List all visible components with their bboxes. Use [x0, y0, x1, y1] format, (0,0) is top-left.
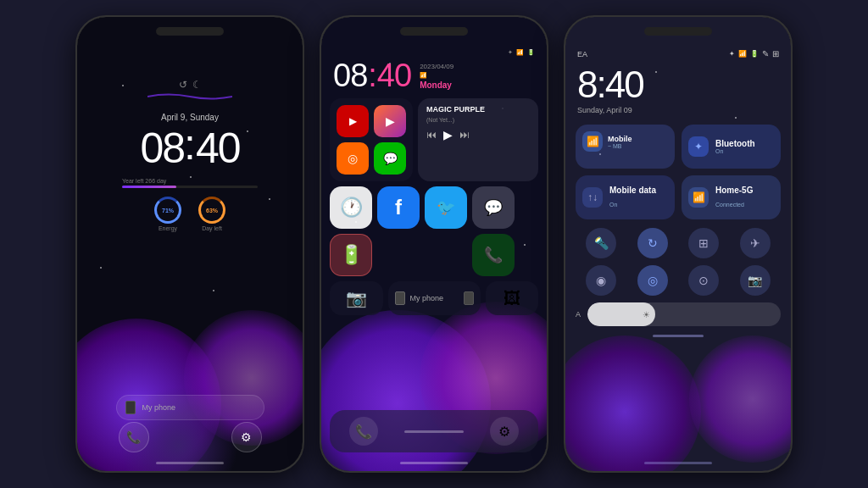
phone3-home-bar[interactable]	[644, 462, 712, 464]
ctrl-network-tile[interactable]: 📶 Mobile ~ MB	[576, 125, 675, 169]
app-play[interactable]: ▶	[374, 105, 406, 137]
phone2-dock: 📞 ⚙	[330, 410, 538, 452]
location-toggle[interactable]: ◎	[637, 265, 668, 296]
phone1-phone-button[interactable]: 📞	[119, 422, 149, 452]
phone1-time-colon: :	[184, 120, 196, 169]
phone1-energy-value: 71%	[162, 208, 174, 214]
phone1-dayleft-value: 63%	[206, 208, 218, 214]
wifi-status: Connected	[715, 202, 744, 208]
bottom-bar	[653, 335, 704, 337]
phone2-minutes: 40	[377, 59, 411, 92]
phone2-more-icons: 💬 📞	[472, 186, 515, 276]
phone1-top-icons: ↺ ☾	[179, 79, 202, 91]
phone-icon: 📞	[126, 430, 141, 444]
dock-phone-button[interactable]: 📞	[349, 417, 378, 446]
phone1-energy-stat: 71% Energy	[154, 197, 181, 231]
dock-settings-button[interactable]: ⚙	[490, 417, 519, 446]
phone2-finder-bar[interactable]: My phone	[388, 281, 481, 315]
phone2-colon: :	[368, 59, 376, 92]
line-icon: 💬	[383, 152, 398, 165]
bt-status-icon: ✦	[729, 50, 735, 58]
phone1-year-left: Year left 266 day	[122, 178, 258, 184]
phone3-time-sub: Sunday, April 09	[565, 106, 791, 121]
phone2-hours: 08	[333, 59, 367, 92]
app-phone[interactable]: 📞	[472, 234, 515, 276]
edit-button[interactable]: ✎	[762, 49, 769, 58]
phone1-energy-ring: 71%	[154, 197, 181, 224]
ctrl-mobile-tile[interactable]: ↑↓ Mobile data On	[576, 175, 675, 219]
phone1-energy-label: Energy	[159, 225, 177, 231]
torch-toggle[interactable]: 🔦	[586, 228, 616, 258]
camera-toggle[interactable]: 📷	[740, 265, 771, 296]
music-widget[interactable]: MAGIC PURPLE (Not Yet...) ⏮ ▶ ⏭	[418, 98, 538, 181]
phone2-icon-cluster: ▶ ▶ ◎ 💬	[330, 98, 413, 181]
dock-gear-icon: ⚙	[498, 424, 510, 440]
phone3-toggle-row1: 🔦 ↻ ⊞ ✈	[565, 223, 791, 263]
phone3-carrier: EA	[577, 50, 587, 58]
phone1-dayleft-ring: 63%	[198, 197, 225, 224]
app-gallery[interactable]: 🖼	[486, 281, 539, 315]
brightness-fill: ☀	[587, 302, 655, 326]
wifi-ctrl-icon: 📶	[688, 187, 709, 208]
youtube-icon: ▶	[349, 115, 357, 127]
music-subtitle: (Not Yet...)	[426, 117, 530, 123]
phone2-apps: ▶ ▶ ◎ 💬	[321, 92, 547, 322]
app-facebook[interactable]: f	[377, 186, 420, 229]
rotation-toggle[interactable]: ↻	[637, 228, 668, 258]
facebook-icon: f	[395, 196, 402, 219]
mobile-data-label: Mobile data	[609, 186, 656, 195]
messages-icon: 💬	[484, 198, 503, 217]
music-title: MAGIC PURPLE	[426, 105, 530, 114]
mobile-data-status: On	[609, 202, 617, 208]
music-controls: ⏮ ▶ ⏭	[426, 128, 530, 141]
clock-icon: 🕐	[340, 197, 363, 219]
app-chrome[interactable]: ◎	[337, 142, 369, 175]
phone3-status-bar: EA ✦ 📶 🔋 ✎ ⊞	[565, 17, 791, 64]
app-twitter[interactable]: 🐦	[425, 186, 467, 229]
signal-icon: 📶	[738, 50, 747, 58]
mobile-info: Mobile data On	[609, 186, 656, 210]
settings-button[interactable]: ⊞	[772, 49, 779, 58]
app-youtube[interactable]: ▶	[337, 105, 369, 137]
battery-icon: 🔋	[340, 244, 363, 266]
brightness-bar[interactable]: ☀	[587, 302, 781, 326]
brightness-icon: ◉	[596, 274, 606, 287]
ctrl-wifi-tile[interactable]: 📶 Home-5G Connected	[682, 175, 781, 219]
app-line[interactable]: 💬	[374, 142, 406, 175]
mirror-toggle[interactable]: ⊞	[688, 228, 719, 258]
phone3-brightness-row: A ☀	[565, 297, 791, 331]
sun-icon: ☀	[643, 310, 650, 319]
app-camera[interactable]: 📷	[330, 281, 383, 315]
brightness-a-label: A	[576, 310, 581, 319]
brightness-toggle[interactable]: ◉	[586, 265, 616, 296]
phone2-row3: 📷 My phone 🖼	[330, 281, 538, 315]
phone1-finder-label: My phone	[142, 403, 176, 412]
camera-icon: 📷	[346, 288, 367, 308]
rotation-icon: ↻	[648, 236, 658, 250]
app-clock[interactable]: 🕐	[330, 186, 372, 229]
phone1-time-minutes: 40	[196, 124, 240, 173]
torch-icon: 🔦	[594, 236, 609, 250]
music-next-icon[interactable]: ⏭	[459, 129, 470, 141]
phone2-home-bar[interactable]	[400, 462, 468, 464]
ctrl-bluetooth-tile[interactable]: ✦ Bluetooth On	[682, 125, 781, 169]
location-icon: ◎	[648, 274, 658, 287]
phone2-small-icons: 🕐 🔋	[330, 186, 372, 276]
lock-icon: ⊙	[698, 274, 709, 287]
lock-toggle[interactable]: ⊙	[688, 265, 719, 296]
phone-3: EA ✦ 📶 🔋 ✎ ⊞ 8:40 Sunday, April 09 📶 Mob…	[564, 15, 793, 473]
bluetooth-ctrl-icon: ✦	[688, 136, 709, 157]
network-label: Mobile	[608, 135, 632, 143]
airplane-toggle[interactable]: ✈	[740, 228, 771, 258]
phone2-row1: ▶ ▶ ◎ 💬	[330, 98, 538, 181]
phone1-settings-button[interactable]: ⚙	[231, 422, 262, 452]
music-play-icon[interactable]: ▶	[443, 128, 453, 141]
network-sub: ~ MB	[608, 143, 632, 149]
phone1-home-bar[interactable]	[156, 462, 224, 464]
phone1-finder-bar[interactable]: My phone	[116, 395, 264, 420]
app-battery[interactable]: 🔋	[330, 234, 372, 276]
signal-ctrl-icon: 📶	[582, 131, 603, 152]
app-messages[interactable]: 💬	[472, 186, 515, 229]
music-prev-icon[interactable]: ⏮	[426, 129, 437, 141]
phone2-row2: 🕐 🔋 f 🐦 💬 📞	[330, 186, 538, 276]
